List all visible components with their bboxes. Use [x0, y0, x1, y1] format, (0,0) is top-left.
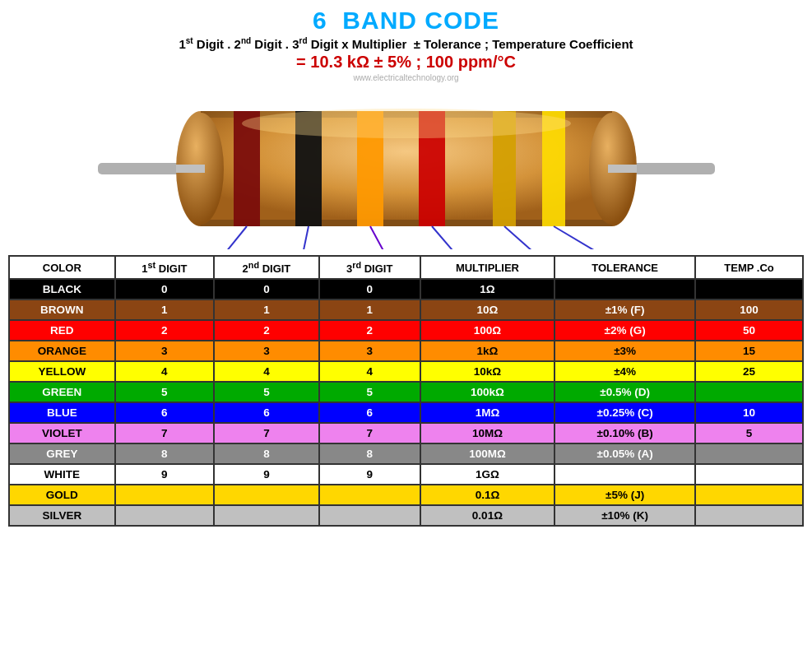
table-cell: 8 [319, 443, 420, 464]
table-cell: 3 [319, 341, 420, 361]
table-cell: BLUE [9, 402, 115, 423]
table-cell: ±0.5% (D) [554, 382, 695, 402]
table-cell: 50 [695, 320, 803, 341]
col-header-color: COLOR [9, 256, 115, 279]
table-cell: 10MΩ [420, 423, 555, 443]
table-cell: 5 [695, 423, 803, 443]
table-row: GOLD0.1Ω±5% (J) [9, 485, 803, 505]
table-cell: ±0.10% (B) [554, 423, 695, 443]
table-cell: 2 [115, 320, 215, 341]
table-cell [115, 505, 215, 526]
table-cell: 4 [214, 361, 319, 382]
table-row: SILVER0.01Ω±10% (K) [9, 505, 803, 526]
table-cell [695, 464, 803, 485]
svg-line-29 [554, 226, 641, 249]
svg-point-14 [242, 109, 571, 138]
table-cell: GOLD [9, 485, 115, 505]
table-row: GREY888100MΩ±0.05% (A) [9, 443, 803, 464]
table-cell: ±3% [554, 341, 695, 361]
table-cell: 100 [695, 299, 803, 320]
table-row: WHITE9991GΩ [9, 464, 803, 485]
table-cell: 7 [319, 423, 420, 443]
table-cell [554, 464, 695, 485]
table-cell: 7 [115, 423, 215, 443]
table-row: ORANGE3331kΩ±3%15 [9, 341, 803, 361]
resistor-diagram [8, 82, 804, 255]
svg-line-27 [504, 226, 563, 249]
table-cell: 4 [319, 361, 420, 382]
table-cell: ±0.25% (C) [554, 402, 695, 423]
table-cell: 0.1Ω [420, 485, 555, 505]
table-cell: GREY [9, 443, 115, 464]
table-cell: SILVER [9, 505, 115, 526]
table-cell: 0 [319, 279, 420, 299]
watermark: www.electricaltechnology.org [353, 73, 458, 82]
table-cell: 2 [214, 320, 319, 341]
table-row: VIOLET77710MΩ±0.10% (B)5 [9, 423, 803, 443]
table-cell: ORANGE [9, 341, 115, 361]
table-cell: 25 [695, 361, 803, 382]
table-cell: 2 [319, 320, 420, 341]
table-cell: ±5% (J) [554, 485, 695, 505]
table-cell: GREEN [9, 382, 115, 402]
table-cell: 10kΩ [420, 361, 555, 382]
table-cell: VIOLET [9, 423, 115, 443]
table-cell [695, 443, 803, 464]
table-cell [319, 505, 420, 526]
table-body: BLACK0001ΩBROWN11110Ω±1% (F)100RED222100… [9, 279, 803, 526]
table-cell: 5 [115, 382, 215, 402]
table-cell: ±2% (G) [554, 320, 695, 341]
table-cell: 10 [695, 402, 803, 423]
table-cell [214, 485, 319, 505]
table-cell: 10Ω [420, 299, 555, 320]
table-cell: 5 [319, 382, 420, 402]
table-cell [695, 505, 803, 526]
col-header-d1: 1st DIGIT [115, 256, 215, 279]
svg-line-19 [205, 226, 247, 249]
title-text: BAND CODE [342, 7, 499, 34]
table-cell: RED [9, 320, 115, 341]
table-cell: 6 [115, 402, 215, 423]
svg-line-23 [370, 226, 398, 249]
table-cell: 0.01Ω [420, 505, 555, 526]
table-cell: 1kΩ [420, 341, 555, 361]
table-cell: 8 [214, 443, 319, 464]
resistor-svg [98, 89, 715, 249]
table-cell: ±1% (F) [554, 299, 695, 320]
table-cell: 4 [115, 361, 215, 382]
table-cell: 1Ω [420, 279, 555, 299]
table-cell: 7 [214, 423, 319, 443]
col-header-d2: 2nd DIGIT [214, 256, 319, 279]
table-cell: 6 [214, 402, 319, 423]
table-cell: WHITE [9, 464, 115, 485]
table-cell [695, 279, 803, 299]
table-cell [319, 485, 420, 505]
table-cell: 3 [214, 341, 319, 361]
app-container: 6 BAND CODE 1st Digit . 2nd Digit . 3rd … [0, 0, 812, 650]
table-cell: 100kΩ [420, 382, 555, 402]
svg-rect-17 [176, 165, 205, 173]
table-cell [695, 382, 803, 402]
table-cell: 9 [214, 464, 319, 485]
table-cell: BROWN [9, 299, 115, 320]
table-row: BROWN11110Ω±1% (F)100 [9, 299, 803, 320]
table-cell: 15 [695, 341, 803, 361]
table-cell: 5 [214, 382, 319, 402]
table-cell: 100MΩ [420, 443, 555, 464]
table-cell: ±10% (K) [554, 505, 695, 526]
table-cell [115, 485, 215, 505]
table-cell: 1 [214, 299, 319, 320]
svg-line-21 [298, 226, 309, 249]
page-title: 6 BAND CODE [313, 7, 499, 35]
table-cell: 0 [214, 279, 319, 299]
resistor-color-table: COLOR 1st DIGIT 2nd DIGIT 3rd DIGIT MULT… [8, 255, 804, 527]
table-header-row: COLOR 1st DIGIT 2nd DIGIT 3rd DIGIT MULT… [9, 256, 803, 279]
table-cell: 6 [319, 402, 420, 423]
col-header-mult: MULTIPLIER [420, 256, 555, 279]
table-cell: ±0.05% (A) [554, 443, 695, 464]
formula: = 10.3 kΩ ± 5% ; 100 ppm/°C [296, 53, 516, 72]
table-cell: 9 [115, 464, 215, 485]
table-cell: 3 [115, 341, 215, 361]
table-cell: 100Ω [420, 320, 555, 341]
table-row: BLUE6661MΩ±0.25% (C)10 [9, 402, 803, 423]
